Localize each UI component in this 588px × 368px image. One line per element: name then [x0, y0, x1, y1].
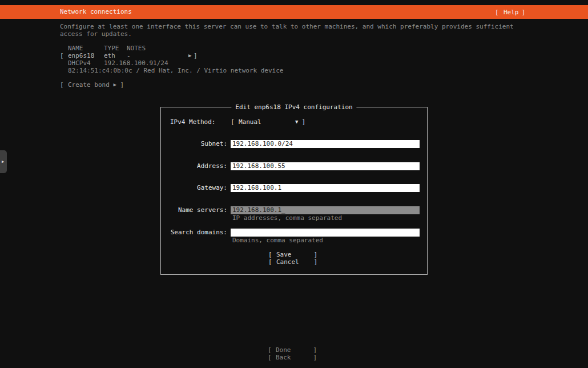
expand-arrow-icon: ▶: [2, 158, 4, 166]
subnet-input[interactable]: [231, 140, 420, 148]
hardware-info: 82:14:51:c4:0b:0c / Red Hat, Inc. / Virt…: [68, 67, 284, 74]
back-button[interactable]: [ Back ]: [268, 354, 317, 361]
ipv4-method-label: IPv4 Method:: [170, 118, 215, 126]
address-label: Address:: [170, 162, 227, 170]
back-button-label: Back: [276, 354, 291, 361]
name-servers-input[interactable]: 192.168.100.1_: [231, 206, 420, 214]
bracket: [: [231, 118, 235, 126]
dhcp-address: 192.168.100.91/24: [104, 59, 168, 67]
cancel-button-label: Cancel: [276, 258, 299, 266]
bracket: [: [495, 9, 499, 16]
interface-notes: -: [127, 52, 131, 59]
done-button[interactable]: [ Done ]: [268, 346, 317, 354]
chevron-down-icon: ▼: [295, 118, 298, 126]
create-bond-button[interactable]: [ Create bond ▶ ]: [60, 81, 124, 89]
column-notes: NOTES: [127, 45, 146, 52]
search-domains-help: Domains, comma separated: [232, 237, 323, 244]
name-servers-help: IP addresses, comma separated: [232, 214, 342, 222]
bracket: [: [268, 346, 272, 354]
gateway-input[interactable]: [231, 184, 420, 192]
help-button[interactable]: [ Help ]: [495, 9, 525, 16]
page-title: Network connections: [60, 5, 132, 19]
dialog-title: Edit enp6s18 IPv4 configuration: [231, 103, 356, 111]
cancel-button[interactable]: [ Cancel ]: [268, 258, 317, 266]
ipv4-method-dropdown[interactable]: [ Manual ▼ ]: [231, 118, 305, 126]
ipv4-method-value: Manual: [239, 118, 261, 126]
bracket: ]: [521, 9, 525, 16]
installer-screen: Network connections [ Help ] Configure a…: [0, 0, 588, 368]
bracket: ]: [313, 346, 317, 354]
dhcp-label: DHCPv4: [68, 59, 91, 67]
save-button[interactable]: [ Save ]: [268, 251, 317, 258]
search-domains-label: Search domains:: [170, 229, 227, 237]
edit-ipv4-dialog: Edit enp6s18 IPv4 configuration IPv4 Met…: [160, 107, 428, 275]
bracket: [: [60, 52, 64, 59]
text-cursor: _: [281, 206, 285, 214]
bracket: [: [268, 258, 272, 266]
interface-name: enp6s18: [68, 52, 94, 59]
save-button-label: Save: [276, 251, 292, 258]
gateway-label: Gateway:: [170, 184, 227, 192]
name-servers-label: Name servers:: [170, 206, 227, 214]
bracket: [: [60, 81, 64, 89]
interface-row[interactable]: [ enp6s18 eth - ▶ ]: [60, 52, 198, 59]
create-bond-label: Create bond: [68, 81, 110, 89]
intro-text-line1: Configure at least one interface this se…: [60, 23, 514, 30]
column-type: TYPE: [104, 45, 119, 52]
bracket: ]: [313, 354, 317, 361]
submenu-arrow-icon: ▶: [188, 52, 191, 59]
bracket: ]: [301, 118, 305, 126]
subnet-label: Subnet:: [170, 140, 227, 148]
bracket: [: [268, 251, 272, 258]
column-name: NAME: [68, 45, 83, 52]
bracket: ]: [120, 81, 124, 89]
header-bar: Network connections [ Help ]: [0, 5, 588, 19]
submenu-arrow-icon: ▶: [114, 81, 116, 89]
address-input[interactable]: [231, 162, 420, 170]
intro-text-line2: access for updates.: [60, 30, 132, 38]
bracket: [: [268, 354, 272, 361]
help-button-label: Help: [504, 9, 519, 16]
bracket: ]: [313, 251, 317, 258]
interface-type: eth: [104, 52, 115, 59]
drawer-handle[interactable]: ▶: [0, 150, 7, 173]
bracket: ]: [313, 258, 317, 266]
done-button-label: Done: [276, 346, 291, 354]
bracket: ]: [194, 52, 198, 59]
name-servers-value: 192.168.100.1: [232, 206, 281, 214]
search-domains-input[interactable]: [231, 229, 420, 237]
